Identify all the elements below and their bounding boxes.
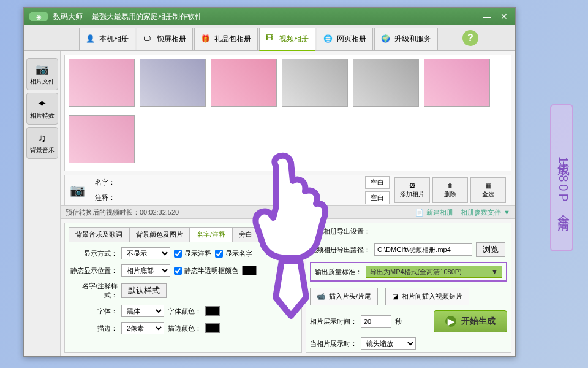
minimize-button[interactable]: — [481, 12, 493, 21]
sidebar-photo-files[interactable]: 📷相片文件 [26, 58, 58, 90]
gift-icon: 🎁 [201, 34, 211, 44]
app-name: 数码大师 [53, 12, 83, 21]
sparkle-icon: ✦ [37, 97, 47, 110]
album-params-link[interactable]: 相册参数文件 ▼ [461, 208, 510, 217]
titlebar: ◉ 数码大师 最强大最易用的家庭相册制作软件 — ✕ [24, 8, 515, 25]
tab-gift-album[interactable]: 🎁礼品包相册 [194, 28, 258, 51]
chevron-down-icon: ▼ [491, 268, 498, 275]
film-icon: 🎞 [266, 34, 276, 44]
display-time-input[interactable] [361, 315, 391, 328]
subtab-name-note[interactable]: 名字/注释 [190, 227, 232, 242]
note-label: 注释： [95, 193, 115, 202]
trash-icon: 🗑 [447, 182, 453, 189]
main-tabs: 👤本机相册 🖵锁屏相册 🎁礼品包相册 🎞视频相册 🌐网页相册 🌍升级和服务 ? [24, 25, 515, 51]
thumbnail[interactable] [140, 59, 206, 107]
sidebar-photo-effects[interactable]: ✦相片特效 [26, 93, 58, 125]
subtab-watermark[interactable]: 水印 [259, 227, 286, 242]
sidebar: 📷相片文件 ✦相片特效 ♫背景音乐 [24, 51, 61, 356]
stroke-label: 描边： [69, 324, 118, 333]
display-time-label: 相片展示时间： [310, 317, 357, 326]
info-bar: 📷 名字：空白 注释：空白 🖼添加相片 🗑删除 ▦全选 [64, 175, 511, 205]
plus-icon: 📄 [415, 209, 424, 217]
export-title: 视频相册导出设置： [310, 227, 507, 236]
video-icon: 📹 [317, 293, 325, 301]
current-mode-select[interactable]: 镜头缩放 [361, 337, 416, 350]
subtabs: 背景音乐及歌词 背景颜色及图片 名字/注释 旁白 水印 [69, 227, 298, 242]
app-logo-icon: ◉ [29, 12, 48, 21]
tab-web-album[interactable]: 🌐网页相册 [317, 28, 373, 51]
quality-highlight: 输出质量标准： 导出为MP4格式(全高清1080P)▼ [310, 262, 507, 282]
thumbnail-grid [64, 55, 511, 171]
quality-label: 输出质量标准： [315, 267, 362, 277]
insert-clip-button[interactable]: ◪相片间插入视频短片 [385, 288, 469, 305]
tab-upgrade[interactable]: 🌍升级和服务 [374, 28, 438, 51]
new-album-link[interactable]: 📄新建相册 [415, 208, 453, 217]
camera-icon: 📷 [36, 63, 49, 76]
font-select[interactable]: 黑体 [121, 305, 164, 317]
show-note-checkbox[interactable]: 显示注释 [174, 249, 211, 258]
app-window: ◉ 数码大师 最强大最易用的家庭相册制作软件 — ✕ 👤本机相册 🖵锁屏相册 🎁… [23, 7, 516, 357]
default-style-button[interactable]: 默认样式 [121, 283, 167, 298]
monitor-icon: 🖵 [143, 34, 153, 44]
select-all-button[interactable]: ▦全选 [470, 177, 506, 203]
stroke-color-swatch[interactable] [205, 323, 220, 333]
tab-video-album[interactable]: 🎞视频相册 [259, 28, 315, 51]
world-icon: 🌍 [381, 34, 391, 44]
export-path-label: 视频相册导出路径： [310, 245, 371, 255]
thumbnail[interactable] [211, 59, 277, 107]
tab-local-album[interactable]: 👤本机相册 [79, 28, 135, 51]
subtab-music[interactable]: 背景音乐及歌词 [69, 227, 129, 242]
static-pos-label: 静态显示位置： [69, 266, 118, 275]
thumbnail[interactable] [69, 115, 135, 163]
quality-select[interactable]: 导出为MP4格式(全高清1080P)▼ [366, 266, 502, 278]
app-tagline: 最强大最易用的家庭相册制作软件 [92, 12, 202, 21]
show-name-checkbox[interactable]: 显示名字 [215, 249, 252, 258]
static-pos-select[interactable]: 相片底部 [121, 264, 170, 277]
thumbnail[interactable] [353, 59, 419, 107]
side-banner: 生成1080P全高清 [550, 104, 573, 251]
clear-note-button[interactable]: 空白 [365, 191, 390, 204]
current-mode-label: 当相片展示时： [310, 339, 357, 348]
grid-icon: ▦ [486, 182, 491, 189]
seconds-label: 秒 [395, 317, 402, 326]
font-label: 字体： [69, 307, 118, 316]
export-path-input[interactable] [374, 243, 472, 256]
name-label: 名字： [95, 178, 115, 187]
status-bar: 预估转换后的视频时长：00:02:32.520 📄新建相册 相册参数文件 ▼ [61, 205, 515, 219]
person-icon: 👤 [86, 34, 96, 44]
display-mode-label: 显示方式： [69, 249, 118, 258]
titlebar-text: 数码大师 最强大最易用的家庭相册制作软件 [53, 12, 481, 22]
delete-button[interactable]: 🗑删除 [432, 177, 468, 203]
stroke-color-label: 描边颜色： [168, 324, 202, 333]
globe-icon: 🌐 [323, 34, 333, 44]
export-settings-panel: 视频相册导出设置： 视频相册导出路径： 浏览 输出质量标准： 导出为MP4格式(… [306, 223, 511, 353]
clear-name-button[interactable]: 空白 [365, 176, 390, 189]
camera-icon: 📷 [70, 183, 85, 197]
add-icon: 🖼 [409, 182, 415, 189]
insert-head-tail-button[interactable]: 📹插入片头/片尾 [310, 288, 378, 305]
sidebar-bg-music[interactable]: ♫背景音乐 [26, 127, 58, 159]
thumbnail[interactable] [424, 59, 490, 107]
font-color-label: 字体颜色： [168, 307, 202, 316]
style-label: 名字/注释样式： [69, 282, 118, 300]
thumbnail[interactable] [282, 59, 348, 107]
thumbnail[interactable] [69, 59, 135, 107]
music-icon: ♫ [38, 132, 47, 145]
close-button[interactable]: ✕ [498, 12, 510, 21]
start-generate-button[interactable]: ▶开始生成 [434, 310, 507, 332]
tab-lock-album[interactable]: 🖵锁屏相册 [137, 28, 193, 51]
add-photo-button[interactable]: 🖼添加相片 [394, 177, 430, 203]
clip-icon: ◪ [392, 293, 398, 301]
play-icon: ▶ [445, 316, 456, 327]
left-settings-panel: 背景音乐及歌词 背景颜色及图片 名字/注释 旁白 水印 显示方式： 不显示 显示… [64, 223, 302, 353]
frame-color-swatch[interactable] [242, 266, 257, 275]
duration-text: 预估转换后的视频时长：00:02:32.520 [66, 208, 179, 217]
stroke-select[interactable]: 2像素 [121, 322, 164, 334]
frame-color-checkbox[interactable]: 静态半透明框颜色 [174, 266, 238, 275]
display-mode-select[interactable]: 不显示 [121, 247, 170, 259]
subtab-bg[interactable]: 背景颜色及图片 [129, 227, 190, 242]
font-color-swatch[interactable] [205, 306, 220, 316]
browse-button[interactable]: 浏览 [476, 242, 505, 257]
subtab-narration[interactable]: 旁白 [232, 227, 259, 242]
help-button[interactable]: ? [462, 30, 478, 46]
